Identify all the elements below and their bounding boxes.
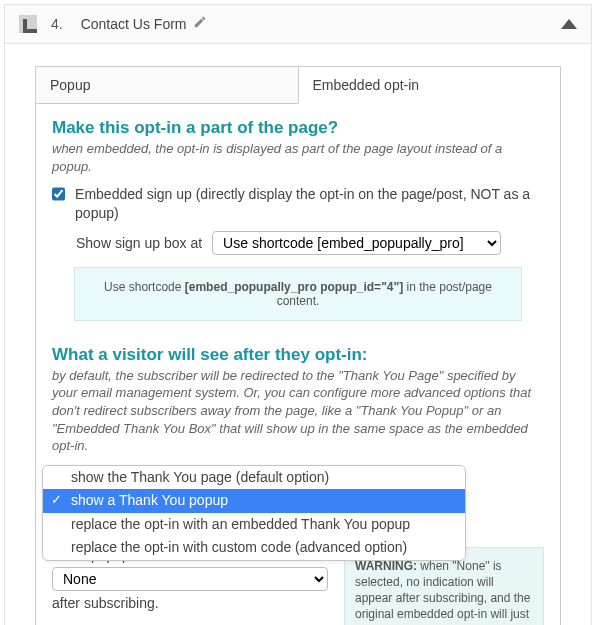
section1-subtitle: when embedded, the opt-in is displayed a… xyxy=(52,140,544,175)
tab-popup[interactable]: Popup xyxy=(36,67,298,104)
warning-label: WARNING: xyxy=(355,559,417,573)
embedded-checkbox-label: Embedded sign up (directly display the o… xyxy=(75,185,544,223)
tabs: Popup Embedded opt-in xyxy=(35,66,561,104)
dd-option-thankyou-page[interactable]: show the Thank You page (default option) xyxy=(43,466,465,490)
step-number: 4. xyxy=(51,16,63,32)
after-optin-dropdown[interactable]: show the Thank You page (default option)… xyxy=(42,465,466,561)
collapse-icon[interactable] xyxy=(561,19,577,29)
section1-title: Make this opt-in a part of the page? xyxy=(52,118,544,138)
page-title: Contact Us Form xyxy=(81,16,187,32)
tab-embedded[interactable]: Embedded opt-in xyxy=(298,67,561,104)
embedded-checkbox[interactable] xyxy=(52,187,65,201)
show-popup-select[interactable]: None xyxy=(52,567,328,591)
shortcode-note: Use shortcode [embed_popupally_pro popup… xyxy=(74,267,522,321)
after-subscribing-label: after subscribing. xyxy=(52,595,328,611)
dd-option-thankyou-popup[interactable]: show a Thank You popup xyxy=(43,489,465,513)
dd-option-embedded-popup[interactable]: replace the opt-in with an embedded Than… xyxy=(43,513,465,537)
section2-title: What a visitor will see after they opt-i… xyxy=(52,345,544,365)
show-box-select[interactable]: Use shortcode [embed_popupally_pro] xyxy=(212,231,501,255)
panel-header: 4. Contact Us Form xyxy=(5,5,591,44)
show-box-label: Show sign up box at xyxy=(76,235,202,251)
logo-icon xyxy=(19,15,37,33)
dd-option-custom-code[interactable]: replace the opt-in with custom code (adv… xyxy=(43,536,465,560)
pencil-icon[interactable] xyxy=(193,15,207,33)
tab-body-embedded: Make this opt-in a part of the page? whe… xyxy=(35,104,561,625)
section2-subtitle: by default, the subscriber will be redir… xyxy=(52,367,544,455)
